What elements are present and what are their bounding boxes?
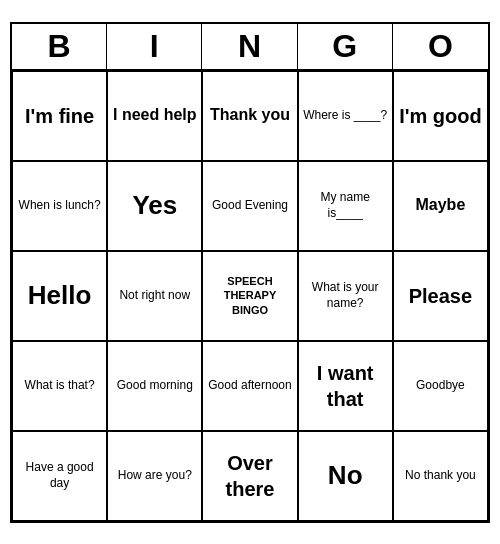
bingo-cell-14[interactable]: Please	[393, 251, 488, 341]
bingo-cell-8[interactable]: My name is____	[298, 161, 393, 251]
bingo-cell-10[interactable]: Hello	[12, 251, 107, 341]
bingo-grid: I'm fineI need helpThank youWhere is ___…	[12, 71, 488, 521]
bingo-cell-11[interactable]: Not right now	[107, 251, 202, 341]
bingo-cell-4[interactable]: I'm good	[393, 71, 488, 161]
bingo-cell-22[interactable]: Over there	[202, 431, 297, 521]
bingo-cell-6[interactable]: Yes	[107, 161, 202, 251]
header-letter-i: I	[107, 24, 202, 69]
bingo-cell-21[interactable]: How are you?	[107, 431, 202, 521]
bingo-cell-17[interactable]: Good afternoon	[202, 341, 297, 431]
bingo-cell-15[interactable]: What is that?	[12, 341, 107, 431]
bingo-cell-1[interactable]: I need help	[107, 71, 202, 161]
header-letter-n: N	[202, 24, 297, 69]
header-letter-g: G	[298, 24, 393, 69]
bingo-cell-23[interactable]: No	[298, 431, 393, 521]
bingo-cell-9[interactable]: Maybe	[393, 161, 488, 251]
bingo-cell-24[interactable]: No thank you	[393, 431, 488, 521]
bingo-cell-12[interactable]: SPEECH THERAPY BINGO	[202, 251, 297, 341]
bingo-cell-3[interactable]: Where is ____?	[298, 71, 393, 161]
bingo-cell-0[interactable]: I'm fine	[12, 71, 107, 161]
bingo-cell-18[interactable]: I want that	[298, 341, 393, 431]
bingo-cell-16[interactable]: Good morning	[107, 341, 202, 431]
bingo-card: BINGO I'm fineI need helpThank youWhere …	[10, 22, 490, 523]
bingo-header: BINGO	[12, 24, 488, 71]
bingo-cell-13[interactable]: What is your name?	[298, 251, 393, 341]
bingo-cell-20[interactable]: Have a good day	[12, 431, 107, 521]
bingo-cell-5[interactable]: When is lunch?	[12, 161, 107, 251]
bingo-cell-19[interactable]: Goodbye	[393, 341, 488, 431]
bingo-cell-7[interactable]: Good Evening	[202, 161, 297, 251]
bingo-cell-2[interactable]: Thank you	[202, 71, 297, 161]
header-letter-b: B	[12, 24, 107, 69]
header-letter-o: O	[393, 24, 488, 69]
